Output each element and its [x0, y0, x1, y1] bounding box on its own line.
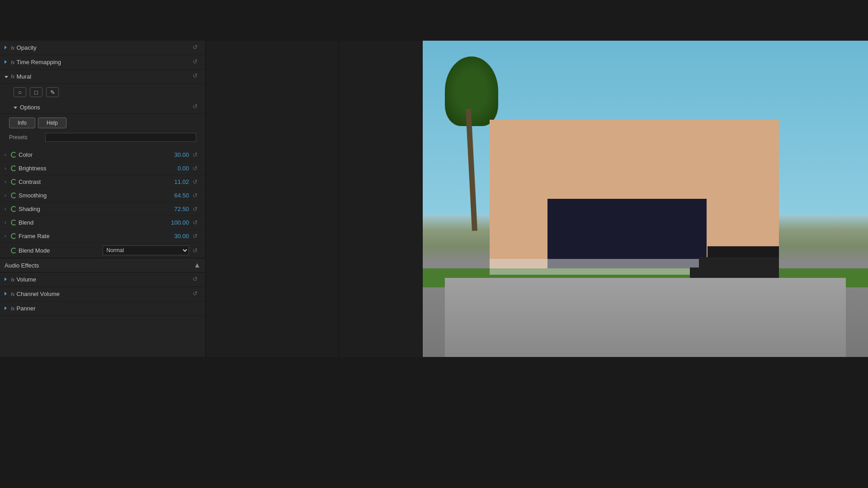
param-rows: › Color 30.00 ↺ › Brightness 0.00 ↺ › Co…: [0, 148, 205, 243]
channel-volume-row: fx Channel Volume ↺: [0, 287, 205, 301]
help-button[interactable]: Help: [38, 117, 66, 128]
param-name-6: Frame Rate: [19, 233, 162, 239]
shape-tools: ○ □ ✎: [0, 84, 205, 101]
pen-tool-button[interactable]: ✎: [46, 87, 59, 97]
param-value-4[interactable]: 72.50: [162, 206, 189, 212]
param-row-color: › Color 30.00 ↺: [0, 148, 205, 162]
cycle-icon-3: [11, 192, 17, 198]
cycle-icon-2: [11, 179, 17, 185]
main-area: fx Opacity ↺ fx Time Remapping ↺: [0, 41, 868, 357]
param-expand-6[interactable]: ›: [5, 234, 11, 239]
param-expand-4[interactable]: ›: [5, 206, 11, 211]
param-value-0[interactable]: 30.00: [162, 151, 189, 158]
channel-volume-expand[interactable]: [5, 291, 11, 296]
mural-label: Mural: [17, 73, 193, 80]
time-remapping-expand[interactable]: [5, 60, 11, 65]
volume-reset-icon[interactable]: ↺: [193, 276, 201, 284]
param-row-contrast: › Contrast 11.02 ↺: [0, 175, 205, 189]
cycle-icon-0: [11, 152, 17, 158]
opacity-reset-icon[interactable]: ↺: [193, 44, 201, 52]
param-value-5[interactable]: 100.00: [162, 219, 189, 226]
param-reset-4[interactable]: ↺: [193, 206, 201, 212]
options-content: Info Help Presets: [0, 114, 205, 148]
blend-mode-reset-icon[interactable]: ↺: [193, 247, 201, 254]
pen-icon: ✎: [50, 89, 55, 96]
param-expand-3[interactable]: ›: [5, 193, 11, 198]
param-row-smoothing: › Smoothing 64.50 ↺: [0, 189, 205, 202]
cycle-icon-4: [11, 206, 17, 212]
middle-panel-2: [339, 41, 423, 357]
mural-fx-badge: fx: [11, 74, 15, 79]
step1: [690, 267, 779, 278]
opacity-fx-badge: fx: [11, 45, 15, 51]
param-reset-6[interactable]: ↺: [193, 233, 201, 239]
param-name-2: Contrast: [19, 178, 162, 185]
param-reset-2[interactable]: ↺: [193, 178, 201, 185]
param-name-5: Blend: [19, 219, 162, 226]
circle-tool-button[interactable]: ○: [14, 87, 26, 97]
param-expand-1[interactable]: ›: [5, 166, 11, 171]
volume-fx-badge: fx: [11, 277, 15, 282]
steps: [690, 246, 779, 278]
info-button[interactable]: Info: [9, 117, 35, 128]
volume-expand[interactable]: [5, 277, 11, 282]
cycle-icon-6: [11, 233, 17, 239]
param-value-3[interactable]: 64.50: [162, 192, 189, 199]
opacity-expand[interactable]: [5, 45, 11, 50]
blend-mode-row: Blend Mode Normal Add Multiply Screen Ov…: [0, 243, 205, 258]
param-name-4: Shading: [19, 206, 162, 212]
top-bar: [0, 0, 868, 41]
presets-row: Presets: [9, 133, 196, 142]
options-label: Options: [20, 104, 193, 111]
cycle-icon-1: [11, 165, 17, 171]
param-reset-3[interactable]: ↺: [193, 192, 201, 199]
palm-leaves: [445, 56, 498, 126]
param-value-1[interactable]: 0.00: [162, 165, 189, 172]
blend-mode-select[interactable]: Normal Add Multiply Screen Overlay: [103, 245, 189, 255]
mural-header: fx Mural ↺: [0, 70, 205, 84]
channel-volume-fx-badge: fx: [11, 291, 15, 297]
param-reset-1[interactable]: ↺: [193, 165, 201, 172]
presets-dropdown[interactable]: [45, 133, 196, 142]
options-expand[interactable]: [14, 105, 20, 110]
rectangle-icon: □: [34, 89, 38, 96]
blend-mode-cycle-icon: [11, 248, 17, 253]
audio-effects-label: Audio Effects: [5, 262, 193, 269]
param-reset-5[interactable]: ↺: [193, 219, 201, 226]
time-remapping-row: fx Time Remapping ↺: [0, 55, 205, 70]
param-expand-2[interactable]: ›: [5, 179, 11, 184]
opacity-row: fx Opacity ↺: [0, 41, 205, 55]
mural-expand[interactable]: [5, 74, 11, 79]
param-name-3: Smoothing: [19, 192, 162, 199]
panner-row: fx Panner: [0, 301, 205, 316]
app-layout: fx Opacity ↺ fx Time Remapping ↺: [0, 0, 868, 488]
param-expand-5[interactable]: ›: [5, 220, 11, 225]
middle-panel-1: [206, 41, 339, 357]
step3: [708, 246, 779, 257]
circle-icon: ○: [18, 89, 22, 96]
time-remapping-fx-badge: fx: [11, 60, 15, 65]
presets-label: Presets: [9, 134, 45, 141]
mural-section: fx Mural ↺ ○ □ ✎: [0, 70, 205, 258]
options-reset-icon[interactable]: ↺: [193, 103, 201, 111]
channel-volume-reset-icon[interactable]: ↺: [193, 290, 201, 298]
param-expand-0[interactable]: ›: [5, 152, 11, 157]
bottom-bar: [0, 357, 868, 488]
blend-mode-label: Blend Mode: [19, 247, 101, 254]
panner-expand[interactable]: [5, 306, 11, 311]
param-value-6[interactable]: 30.00: [162, 233, 189, 239]
param-row-blend: › Blend 100.00 ↺: [0, 216, 205, 230]
rectangle-tool-button[interactable]: □: [30, 87, 42, 97]
time-remapping-reset-icon[interactable]: ↺: [193, 58, 201, 66]
mural-reset-icon[interactable]: ↺: [193, 72, 201, 80]
param-reset-0[interactable]: ↺: [193, 151, 201, 158]
param-row-brightness: › Brightness 0.00 ↺: [0, 162, 205, 175]
cycle-icon-5: [11, 220, 17, 225]
audio-effects-collapse[interactable]: ▲: [193, 261, 201, 269]
panner-fx-badge: fx: [11, 306, 15, 311]
param-value-2[interactable]: 11.02: [162, 178, 189, 185]
opacity-label: Opacity: [17, 44, 193, 51]
time-remapping-label: Time Remapping: [17, 59, 193, 66]
house-scene: [423, 41, 868, 357]
step2: [699, 257, 779, 267]
